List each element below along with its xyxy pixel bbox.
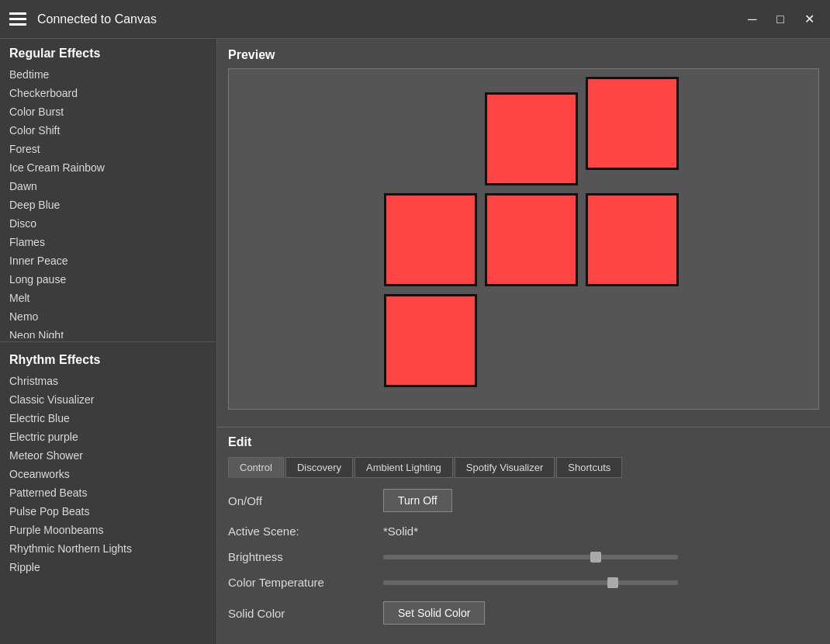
regular-effects-item[interactable]: Color Burst	[0, 102, 216, 121]
regular-effects-item[interactable]: Dawn	[0, 177, 216, 196]
main-content: Regular Effects BedtimeCheckerboardColor…	[0, 39, 830, 644]
preview-area	[228, 68, 819, 410]
brightness-thumb[interactable]	[590, 552, 601, 563]
rhythm-effects-item[interactable]: Ripple	[0, 558, 216, 576]
rhythm-effects-item[interactable]: Meteor Shower	[0, 446, 216, 465]
brightness-slider[interactable]	[383, 555, 678, 559]
regular-effects-item[interactable]: Inner Peace	[0, 251, 216, 270]
brightness-label: Brightness	[228, 550, 383, 563]
rhythm-effects-item[interactable]: Christmas	[0, 372, 216, 390]
regular-effects-item[interactable]: Color Shift	[0, 121, 216, 140]
sidebar: Regular Effects BedtimeCheckerboardColor…	[0, 39, 217, 644]
led-tile-2	[586, 77, 679, 170]
brightness-slider-container	[383, 555, 819, 559]
regular-effects-list[interactable]: BedtimeCheckerboardColor BurstColor Shif…	[0, 65, 216, 338]
led-tile-4	[485, 193, 578, 286]
solid-color-button[interactable]: Set Solid Color	[383, 601, 485, 625]
color-temp-slider-container	[383, 580, 819, 585]
onoff-label: On/Off	[228, 494, 383, 507]
regular-effects-item[interactable]: Deep Blue	[0, 196, 216, 214]
rhythm-effects-title: Rhythm Effects	[0, 345, 216, 372]
onoff-button[interactable]: Turn Off	[383, 489, 452, 512]
led-tile-5	[586, 193, 679, 286]
active-scene-label: Active Scene:	[228, 525, 383, 538]
tab-discovery[interactable]: Discovery	[285, 457, 353, 478]
regular-effects-item[interactable]: Melt	[0, 289, 216, 307]
edit-title: Edit	[228, 435, 819, 449]
regular-effects-item[interactable]: Ice Cream Rainbow	[0, 158, 216, 177]
rhythm-effects-item[interactable]: Classic Visualizer	[0, 390, 216, 409]
maximize-button[interactable]: □	[770, 10, 790, 29]
rhythm-effects-item[interactable]: Oceanworks	[0, 465, 216, 483]
tab-control[interactable]: Control	[228, 457, 284, 478]
color-temp-slider[interactable]	[383, 580, 678, 585]
window-title: Connected to Canvas	[37, 12, 157, 26]
color-temp-label: Color Temperature	[228, 576, 383, 589]
rhythm-effects-list[interactable]: ChristmasClassic VisualizerElectric Blue…	[0, 372, 216, 645]
regular-effects-item[interactable]: Neon Night	[0, 326, 216, 338]
rhythm-effects-item[interactable]: Purple Moonbeams	[0, 521, 216, 539]
title-bar: Connected to Canvas ─ □ ✕	[0, 0, 830, 39]
sidebar-divider	[0, 341, 216, 342]
right-panel: Preview Edit ControlDiscoveryAmbient Lig…	[217, 39, 830, 644]
solid-color-label: Solid Color	[228, 607, 383, 620]
control-grid: On/Off Turn Off Active Scene: *Solid* Br…	[228, 489, 819, 625]
regular-effects-item[interactable]: Flames	[0, 233, 216, 251]
regular-effects-title: Regular Effects	[0, 39, 216, 65]
solid-color-control: Set Solid Color	[383, 601, 819, 625]
regular-effects-item[interactable]: Checkerboard	[0, 84, 216, 102]
tab-ambient-lighting[interactable]: Ambient Lighting	[354, 457, 453, 478]
led-tile-1	[485, 92, 578, 185]
rhythm-effects-item[interactable]: Electric Blue	[0, 409, 216, 428]
led-tile-6	[384, 294, 477, 387]
tabs: ControlDiscoveryAmbient LightingSpotify …	[228, 457, 819, 478]
regular-effects-item[interactable]: Long pause	[0, 270, 216, 289]
onoff-control: Turn Off	[383, 489, 819, 512]
rhythm-effects-item[interactable]: Electric purple	[0, 428, 216, 446]
menu-icon[interactable]	[9, 12, 26, 26]
tab-shortcuts[interactable]: Shortcuts	[556, 457, 622, 478]
rhythm-effects-section: Rhythm Effects ChristmasClassic Visualiz…	[0, 345, 216, 645]
rhythm-effects-item[interactable]: Rhythmic Northern Lights	[0, 539, 216, 558]
window-controls: ─ □ ✕	[742, 10, 821, 29]
close-button[interactable]: ✕	[798, 10, 821, 29]
led-tile-3	[384, 193, 477, 286]
active-scene-value: *Solid*	[383, 525, 819, 538]
rhythm-effects-item[interactable]: Patterned Beats	[0, 483, 216, 502]
regular-effects-item[interactable]: Forest	[0, 140, 216, 158]
regular-effects-section: Regular Effects BedtimeCheckerboardColor…	[0, 39, 216, 338]
regular-effects-item[interactable]: Bedtime	[0, 65, 216, 84]
regular-effects-item[interactable]: Nemo	[0, 307, 216, 326]
regular-effects-item[interactable]: Disco	[0, 214, 216, 233]
rhythm-effects-item[interactable]: Pulse Pop Beats	[0, 502, 216, 521]
tab-spotify-visualizer[interactable]: Spotify Visualizer	[455, 457, 555, 478]
edit-section: Edit ControlDiscoveryAmbient LightingSpo…	[217, 427, 830, 644]
preview-title: Preview	[228, 48, 819, 62]
preview-section: Preview	[217, 39, 830, 427]
color-temp-thumb[interactable]	[607, 577, 618, 588]
minimize-button[interactable]: ─	[742, 10, 763, 29]
